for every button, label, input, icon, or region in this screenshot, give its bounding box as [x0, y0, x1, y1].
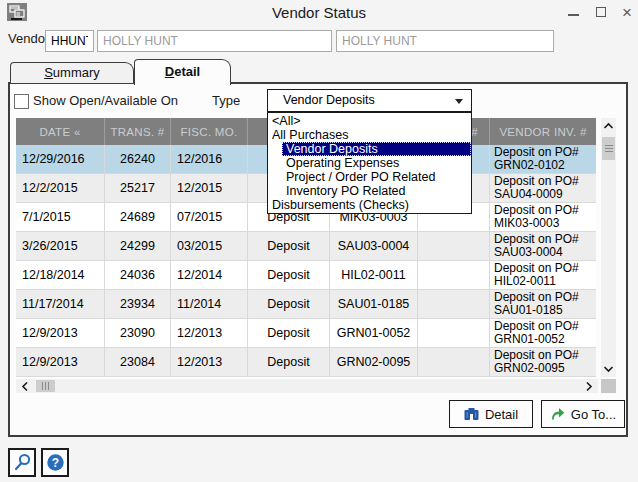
detail-button-label: Detail	[485, 407, 518, 422]
show-open-checkbox[interactable]	[14, 94, 29, 109]
cell-date: 7/1/2015	[16, 203, 105, 231]
cell-fisc: 12/2013	[171, 348, 248, 376]
cell-vendor-inv: Deposit on PO#SAU04-0009	[490, 174, 596, 202]
cell-vendor-inv: Deposit on PO#SAU01-0185	[490, 290, 596, 318]
cell-date: 12/29/2016	[16, 145, 105, 173]
scroll-down-icon[interactable]	[603, 365, 614, 373]
scroll-left-icon[interactable]	[21, 381, 29, 392]
cell-type: Deposit	[248, 290, 330, 318]
vendor-name-field[interactable]	[97, 30, 332, 52]
cell-fisc: 03/2015	[171, 232, 248, 260]
help-icon: ?	[46, 453, 65, 472]
minimize-button[interactable]	[560, 0, 586, 24]
column-header-fisc[interactable]: FISC. MO.	[171, 118, 248, 145]
help-button[interactable]: ?	[41, 448, 69, 477]
cell-chk	[418, 290, 490, 318]
cell-po: SAU01-0185	[330, 290, 418, 318]
vertical-scrollbar[interactable]	[601, 118, 616, 377]
minimize-icon	[568, 14, 579, 16]
cell-vendor-inv: Deposit on PO#SAU03-0004	[490, 232, 596, 260]
vendor-label: Vendor	[8, 31, 49, 46]
cell-trans: 24299	[105, 232, 171, 260]
table-row[interactable]: 3/26/20152429903/2015DepositSAU03-0004De…	[16, 232, 596, 261]
cell-po: HIL02-0011	[330, 261, 418, 289]
cell-chk	[418, 348, 490, 376]
cell-chk	[418, 261, 490, 289]
maximize-button[interactable]	[588, 0, 614, 24]
cell-fisc: 12/2016	[171, 145, 248, 173]
dropdown-option[interactable]: Disbursements (Checks)	[268, 198, 471, 212]
cell-type: Deposit	[248, 232, 330, 260]
vendor-name2-field[interactable]	[336, 30, 554, 52]
cell-chk	[418, 319, 490, 347]
tab-detail-label: D	[165, 64, 174, 79]
type-combobox[interactable]: Vendor Deposits	[267, 89, 472, 112]
dropdown-option[interactable]: <All>	[268, 114, 471, 128]
cell-po: GRN01-0052	[330, 319, 418, 347]
scroll-right-icon[interactable]	[585, 381, 593, 392]
close-icon: ×	[622, 4, 632, 21]
tab-summary-label: S	[44, 65, 53, 80]
cell-vendor-inv: Deposit on PO#GRN02-0095	[490, 348, 596, 376]
horizontal-scrollbar-thumb[interactable]	[36, 380, 55, 392]
cell-type: Deposit	[248, 261, 330, 289]
vertical-scrollbar-thumb[interactable]	[602, 137, 615, 160]
dropdown-option[interactable]: All Purchases	[268, 128, 471, 142]
cell-trans: 24689	[105, 203, 171, 231]
type-dropdown-list: <All>All PurchasesVendor DepositsOperati…	[267, 112, 472, 214]
table-row[interactable]: 11/17/20142393411/2014DepositSAU01-0185D…	[16, 290, 596, 319]
cell-type: Deposit	[248, 348, 330, 376]
cell-fisc: 12/2015	[171, 174, 248, 202]
dropdown-option[interactable]: Inventory PO Related	[282, 184, 471, 198]
cell-date: 12/9/2013	[16, 319, 105, 347]
cell-date: 3/26/2015	[16, 232, 105, 260]
cell-po: SAU03-0004	[330, 232, 418, 260]
binoculars-icon	[464, 407, 479, 421]
cell-date: 12/9/2013	[16, 348, 105, 376]
maximize-icon	[596, 7, 606, 17]
close-button[interactable]: ×	[614, 0, 638, 24]
cell-vendor-inv: Deposit on PO#MIK03-0003	[490, 203, 596, 231]
type-label: Type	[212, 93, 240, 108]
vendor-code-field[interactable]	[45, 30, 94, 52]
dropdown-option[interactable]: Vendor Deposits	[282, 142, 471, 156]
goto-button[interactable]: Go To...	[541, 400, 625, 428]
search-icon	[13, 453, 32, 472]
cell-vendor-inv: Deposit on PO#HIL02-0011	[490, 261, 596, 289]
scroll-up-icon[interactable]	[603, 122, 614, 130]
column-header-date[interactable]: DATE «	[16, 118, 105, 145]
column-header-inv[interactable]: VENDOR INV. #	[490, 118, 596, 145]
cell-date: 11/17/2014	[16, 290, 105, 318]
table-row[interactable]: 12/18/20142403612/2014DepositHIL02-0011D…	[16, 261, 596, 290]
titlebar: Vendor Status ×	[0, 0, 638, 26]
show-open-label: Show Open/Available On	[33, 93, 178, 108]
search-button[interactable]	[8, 448, 36, 477]
scrollbar-corner	[601, 379, 616, 393]
cell-vendor-inv: Deposit on PO#GRN02-0102	[490, 145, 596, 173]
type-combobox-value: Vendor Deposits	[283, 93, 375, 107]
cell-po: GRN02-0095	[330, 348, 418, 376]
tab-detail[interactable]: Detail	[134, 59, 231, 85]
svg-text:?: ?	[51, 456, 58, 470]
table-row[interactable]: 12/9/20132309012/2013DepositGRN01-0052De…	[16, 319, 596, 348]
cell-trans: 23934	[105, 290, 171, 318]
cell-date: 12/2/2015	[16, 174, 105, 202]
cell-trans: 24036	[105, 261, 171, 289]
dropdown-option[interactable]: Operating Expenses	[282, 156, 471, 170]
cell-fisc: 12/2014	[171, 261, 248, 289]
table-row[interactable]: 12/9/20132308412/2013DepositGRN02-0095De…	[16, 348, 596, 377]
cell-trans: 23090	[105, 319, 171, 347]
goto-arrow-icon	[550, 407, 565, 421]
cell-trans: 23084	[105, 348, 171, 376]
detail-button[interactable]: Detail	[449, 400, 533, 428]
cell-chk	[418, 232, 490, 260]
cell-fisc: 07/2015	[171, 203, 248, 231]
dropdown-arrow-icon	[455, 99, 463, 104]
column-header-trans[interactable]: TRANS. #	[105, 118, 171, 145]
cell-trans: 25217	[105, 174, 171, 202]
horizontal-scrollbar[interactable]	[16, 379, 598, 393]
tab-summary[interactable]: Summary	[10, 62, 134, 83]
vendor-status-window: { "window": { "title": "Vendor Status" }…	[0, 0, 638, 482]
dropdown-option[interactable]: Project / Order PO Related	[282, 170, 471, 184]
goto-button-label: Go To...	[571, 407, 616, 422]
